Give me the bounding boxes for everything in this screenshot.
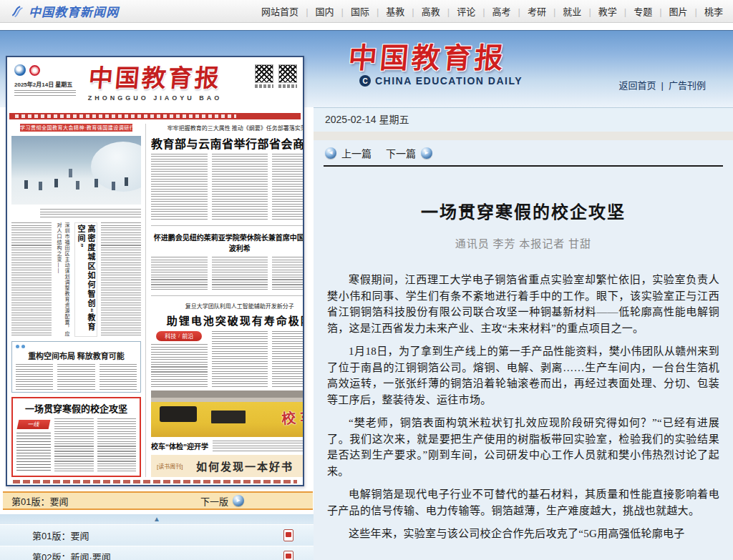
vertical-headline: 高密度城区如何智创“教育空间” bbox=[74, 222, 97, 337]
divider-strip bbox=[314, 132, 733, 140]
prev-article-link[interactable]: 上一篇 bbox=[341, 146, 372, 160]
menu-item-commentary[interactable]: 评论 bbox=[440, 4, 475, 18]
article-paragraph: 寒假期间，江西理工大学电子铜箔省重点实验室却繁忙依旧，实验室负责人樊小伟和同事、… bbox=[327, 272, 719, 336]
ced-logo-icon: C bbox=[359, 75, 371, 87]
menu-item-employment[interactable]: 就业 bbox=[546, 4, 581, 18]
school-bus-photo: 校车 bbox=[151, 390, 304, 437]
highlighted-feature-box[interactable]: 一场贯穿寒假的校企攻坚 一线 bbox=[11, 397, 141, 477]
article-paragraph: 电解铜箔是现代电子行业不可替代的基石材料，其质量和性能直接影响着电子产品的信号传… bbox=[327, 486, 719, 519]
caption-text-placeholder bbox=[213, 441, 304, 451]
battery-headline: 助锂电池突破现有寿命极限 bbox=[151, 313, 304, 328]
reading-weekly-label: [读书周刊] bbox=[157, 462, 183, 470]
vertical-kicker: 深圳市福田区主动谋划调整教育资源配置，应对人口结构之变—— bbox=[55, 222, 71, 337]
frontline-badge: 一线 bbox=[17, 420, 51, 429]
edition-pagination-bar: 第01版：要闻 下一版 ► bbox=[3, 491, 313, 510]
photo-banner: 学习贯彻全国教育大会精神·教育强国建设调研行 bbox=[20, 124, 132, 132]
next-article-link[interactable]: 下一篇 bbox=[386, 146, 416, 160]
article-pager: ◄ 上一篇 下一篇 ► bbox=[314, 140, 733, 159]
menu-item-kaoyan[interactable]: 考研 bbox=[511, 4, 546, 18]
front-page-image[interactable]: 2025年2月14日 星期五 中国教育报 ZHONGGUO JIAOYU BAO… bbox=[6, 56, 304, 486]
article-byline: 通讯员 李芳 本报记者 甘甜 bbox=[314, 235, 733, 250]
space-box-headline: 重构空间布局 释放教育可能 bbox=[16, 350, 137, 361]
qr-code-icon bbox=[278, 64, 297, 83]
story-text-placeholder bbox=[57, 364, 94, 391]
menu-item-higher-edu[interactable]: 高教 bbox=[404, 4, 440, 18]
menu-item-domestic[interactable]: 国内 bbox=[298, 4, 334, 18]
article-paragraph: 这些年来，实验室与该公司校企合作先后攻克了“5G用高强低轮廓电子 bbox=[327, 526, 719, 542]
story-text-placeholder bbox=[101, 222, 141, 337]
story-text-placeholder bbox=[11, 222, 52, 337]
story-text-placeholder bbox=[151, 344, 208, 387]
paper-masthead-en-text: CHINA EDUCATION DAILY bbox=[375, 75, 523, 87]
bus-photo-text: 校车 bbox=[281, 405, 304, 428]
top-menu: 网站首页 国内 国际 基教 高教 评论 高考 考研 就业 教学 专题 图片 桃李 bbox=[261, 4, 723, 18]
article-body: 寒假期间，江西理工大学电子铜箔省重点实验室却繁忙依旧，实验室负责人樊小伟和同事、… bbox=[327, 272, 719, 542]
bus-windshield bbox=[160, 406, 197, 422]
story-text-placeholder bbox=[272, 331, 304, 387]
menu-item-taoli[interactable]: 桃李 bbox=[688, 4, 723, 18]
prev-article-icon[interactable]: ◄ bbox=[325, 147, 336, 159]
newspaper-body: 学习贯彻全国教育大会精神·教育强国建设调研行 深圳市福田区主动谋划调整教育资源配… bbox=[7, 119, 303, 477]
site-logo-text: 中国教育新闻网 bbox=[29, 2, 119, 20]
menu-item-gaokao[interactable]: 高考 bbox=[475, 4, 510, 18]
next-article-icon[interactable]: ► bbox=[421, 147, 432, 159]
top-nav-bar: 中国教育新闻网 网站首页 国内 国际 基教 高教 评论 高考 考研 就业 教学 … bbox=[0, 0, 733, 23]
menu-item-special[interactable]: 专题 bbox=[617, 4, 652, 18]
newspaper-footer-placeholder bbox=[13, 480, 297, 483]
swoosh-logo-icon bbox=[10, 4, 24, 19]
story-text-placeholder bbox=[272, 154, 304, 220]
story-text-placeholder bbox=[97, 418, 137, 473]
edition-row-01[interactable]: 第01版：要闻 bbox=[0, 524, 314, 546]
title-divider bbox=[324, 165, 723, 167]
newspaper-logos bbox=[14, 64, 40, 76]
newspaper-info-bar bbox=[9, 113, 301, 119]
pdf-icon[interactable] bbox=[283, 529, 293, 541]
space-layout-box: 重构空间布局 释放教育可能 bbox=[11, 341, 141, 393]
editions-list: ▲ 第01版：要闻 第02版：新闻·要闻 bbox=[0, 514, 314, 560]
paper-red-logo-icon bbox=[29, 65, 40, 76]
qr-code-icon bbox=[255, 64, 273, 83]
vertical-headline-story: 深圳市福田区主动谋划调整教育资源配置，应对人口结构之变—— 高密度城区如何智创“… bbox=[11, 222, 141, 337]
photo-caption-placeholder bbox=[40, 209, 141, 218]
paper-masthead-logo[interactable]: 中国教育报 bbox=[346, 35, 508, 77]
tech-frontier-badge: 科技 前沿 bbox=[156, 331, 202, 341]
ad-rates-link[interactable]: 广告刊例 bbox=[656, 78, 706, 92]
schoolyard-photo bbox=[11, 136, 141, 205]
issue-date-bar: 2025-02-14 星期五 bbox=[314, 107, 733, 132]
next-edition-link[interactable]: 下一版 ► bbox=[200, 494, 244, 508]
newspaper-issue-info-placeholder bbox=[14, 90, 76, 96]
menu-item-basic-edu[interactable]: 基教 bbox=[369, 4, 404, 18]
article-title: 一场贯穿寒假的校企攻坚 bbox=[314, 198, 733, 223]
newspaper-date: 2025年2月14日 星期五 bbox=[14, 80, 72, 88]
back-home-link[interactable]: 返回首页 bbox=[619, 78, 656, 92]
story-text-placeholder bbox=[54, 418, 94, 473]
collapse-arrow-icon[interactable]: ▲ bbox=[0, 514, 314, 524]
pdf-icon[interactable] bbox=[283, 551, 293, 560]
site-logo[interactable]: 中国教育新闻网 bbox=[10, 2, 119, 20]
story-text-placeholder bbox=[16, 433, 51, 473]
feature-title: 一场贯穿寒假的校企攻坚 bbox=[16, 401, 136, 415]
meeting-kicker: 牢牢把握教育的三大属性 推动《纲要》任务部署落实落地 bbox=[151, 124, 304, 131]
fudan-kicker: 复旦大学团队利用人工智能辅助开发新分子 bbox=[151, 302, 304, 309]
menu-item-international[interactable]: 国际 bbox=[334, 4, 369, 18]
story-text-placeholder bbox=[212, 331, 268, 387]
story-text-placeholder bbox=[16, 364, 53, 391]
next-edition-icon: ► bbox=[233, 495, 244, 506]
book-headline: 如何发现一本好书 bbox=[188, 458, 301, 473]
newspaper-masthead: 2025年2月14日 星期五 中国教育报 ZHONGGUO JIAOYU BAO bbox=[7, 57, 303, 113]
huai-headline: 怀进鹏会见纽约茱莉亚学院荣休院长兼首席中国事务官波利希 bbox=[151, 232, 304, 253]
newspaper-pinyin: ZHONGGUO JIAOYU BAO bbox=[72, 94, 238, 102]
qr-codes bbox=[255, 64, 297, 88]
current-edition-label: 第01版：要闻 bbox=[11, 494, 68, 508]
story-text-placeholder bbox=[99, 364, 137, 391]
story-text-placeholder bbox=[212, 154, 268, 220]
menu-item-photos[interactable]: 图片 bbox=[652, 4, 687, 18]
article-paragraph: “樊老师，铜箔表面构筑米粒状钉扎效应现阶段研究得如何？”“已经有进展了。我们这次… bbox=[327, 415, 719, 479]
edition-row-02[interactable]: 第02版：新闻·要闻 bbox=[0, 546, 314, 560]
article-paragraph: 1月18日，为了拿到生产线上的第一手产品性能资料，樊小伟团队从赣州来到了位于南昌… bbox=[327, 343, 719, 408]
story-text-placeholder bbox=[151, 154, 208, 220]
story-text-placeholder bbox=[272, 257, 304, 289]
paper-masthead-en: C CHINA EDUCATION DAILY bbox=[359, 75, 523, 87]
menu-item-home[interactable]: 网站首页 bbox=[261, 4, 298, 18]
menu-item-teaching[interactable]: 教学 bbox=[581, 4, 616, 18]
